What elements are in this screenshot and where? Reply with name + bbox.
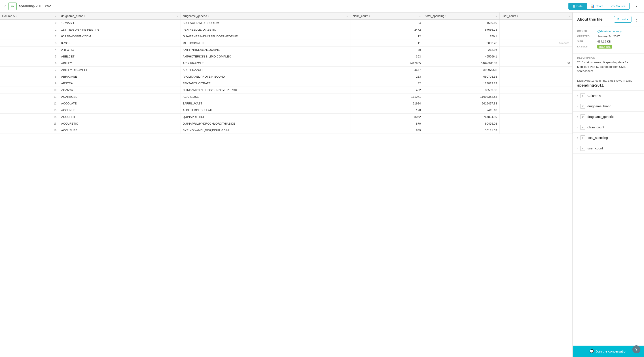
back-button[interactable]: ‹ (4, 3, 7, 10)
cell-spending: 80475.08 (423, 120, 500, 127)
col-user-label: user_count (502, 14, 516, 18)
export-button[interactable]: Export ▾ (614, 16, 632, 22)
sidebar-title: About this file (577, 17, 602, 22)
cell-generic: CLINDAMYCIN PHOS/BENZOYL PEROX (180, 87, 350, 94)
col-brand-sort-icon[interactable]: ⌄ (176, 15, 178, 17)
topbar-more-button[interactable]: ⋮ (632, 3, 640, 10)
tab-chart[interactable]: 📊 Chart (586, 3, 607, 10)
col-type-icon: # (580, 125, 585, 130)
cell-spending: 1469661103 (423, 60, 500, 67)
col-spending-info-icon[interactable]: ℹ (446, 14, 446, 18)
data-table-area[interactable]: Column A ℹ ⌄ drugname_brand ℹ ⌄ (0, 12, 572, 357)
cell-brand: ACCUPRIL (59, 114, 180, 120)
cell-index: 0 (0, 20, 59, 26)
table-info-summary: Displaying 13 columns, 3,583 rows in tab… (577, 79, 640, 82)
col-user-info-icon[interactable]: ℹ (517, 14, 518, 18)
table-row: 14 ACCUPRIL QUINAPRIL HCL 8052 767824.89 (0, 114, 572, 120)
col-a-info-icon[interactable]: ℹ (16, 14, 16, 18)
cell-generic: METHOXSALEN (180, 40, 350, 46)
cell-index: 1 (0, 26, 59, 33)
cell-user (500, 94, 572, 100)
table-row: 15 ACCURETIC QUINAPRIL/HYDROCHLOROTHIAZI… (0, 120, 572, 127)
sidebar-column-item[interactable]: › # claim_count (573, 122, 644, 133)
table-row: 8 ABRAXANE PACLITAXEL PROTEIN-BOUND 233 … (0, 73, 572, 80)
cell-brand: ACANYA (59, 87, 180, 94)
cell-brand: ACARBOSE (59, 94, 180, 100)
cell-index: 15 (0, 120, 59, 127)
cell-spending: 123813.83 (423, 80, 500, 87)
cell-user (500, 73, 572, 80)
col-a-sort-icon[interactable]: ⌄ (55, 15, 56, 17)
cell-generic: FENTANYL CITRATE (180, 80, 350, 87)
col-user-sort-icon[interactable]: ⌄ (568, 15, 570, 17)
cell-generic: ANTIPYRINE/BENZOCAINE (180, 46, 350, 53)
main-area: Column A ℹ ⌄ drugname_brand ℹ ⌄ (0, 12, 644, 357)
sidebar-more-button[interactable]: ⋮ (633, 17, 640, 22)
table-row: 2 60PSE-400GFN-20DM GUAIFENESIN/DM/PSEUD… (0, 33, 572, 40)
cell-spending: 89539.96 (423, 87, 500, 94)
cell-index: 16 (0, 127, 59, 134)
sidebar-column-item[interactable]: › T drugname_brand (573, 101, 644, 112)
col-generic-label: drugname_generic (183, 14, 207, 18)
cell-spending: 212.86 (423, 46, 500, 53)
col-header-claim: claim_count ℹ ⌄ (350, 12, 423, 20)
created-label: CREATED (577, 35, 597, 38)
help-button[interactable]: ? (632, 345, 640, 354)
cell-index: 11 (0, 94, 59, 100)
table-row: 6 ABILIFY ARIPIPRAZOLE 2447965 146966110… (0, 60, 572, 67)
cell-spending: 11693362.63 (423, 94, 500, 100)
tab-data[interactable]: ▦ Data (569, 3, 586, 10)
sidebar-column-item[interactable]: › T drugname_generic (573, 112, 644, 122)
col-item-chevron: › (577, 147, 578, 150)
col-claim-info-icon[interactable]: ℹ (369, 14, 370, 18)
cell-generic: ARIPIPRAZOLE (180, 60, 350, 67)
cell-spending: 3929705.8 (423, 67, 500, 73)
sidebar-description: DESCRIPTION 2011 claims, users, & spendi… (573, 54, 644, 76)
cell-generic: ZAFIRLUKAST (180, 100, 350, 107)
cell-index: 10 (0, 87, 59, 94)
cell-claim: 30 (350, 46, 423, 53)
cell-user (500, 33, 572, 40)
col-item-chevron: › (577, 94, 578, 97)
sidebar-column-item[interactable]: › # user_count (573, 143, 644, 154)
cell-spending: 1569.19 (423, 20, 500, 26)
col-claim-sort-icon[interactable]: ⌄ (419, 15, 421, 17)
cell-claim: 2472 (350, 26, 423, 33)
col-type-icon: T (580, 114, 585, 119)
col-item-name: Column A (588, 94, 601, 98)
cell-user (500, 67, 572, 73)
cell-generic: GUAIFENESIN/DM/PSEUDOEPHEDRINE (180, 33, 350, 40)
col-item-name: user_count (588, 146, 603, 150)
col-generic-sort-icon[interactable]: ⌄ (346, 15, 348, 17)
meta-labels-row: LABELS clean data (577, 45, 640, 48)
description-label: DESCRIPTION (577, 56, 640, 59)
owner-value[interactable]: @data4democracy (597, 30, 622, 33)
tab-source[interactable]: </> Source (607, 3, 630, 10)
table-info-name: spending-2011 (577, 83, 640, 88)
cell-claim: 120 (350, 107, 423, 114)
cell-brand: ABILIFY DISCMELT (59, 67, 180, 73)
cell-brand: ACCUSURE (59, 127, 180, 134)
cell-generic: QUINAPRIL/HYDROCHLOROTHIAZIDE (180, 120, 350, 127)
table-row: 9 ABSTRAL FENTANYL CITRATE 82 123813.83 (0, 80, 572, 87)
sidebar-column-item[interactable]: › # total_spending (573, 133, 644, 143)
col-brand-info-icon[interactable]: ℹ (84, 14, 85, 18)
cell-claim: 889 (350, 127, 423, 134)
col-header-index: Column A ℹ ⌄ (0, 12, 59, 20)
col-type-icon: T (580, 104, 585, 109)
cell-user (500, 120, 572, 127)
col-spending-sort-icon[interactable]: ⌄ (495, 15, 497, 17)
cell-claim: 363 (350, 53, 423, 60)
table-row: 5 ABELCET AMPHOTERICIN B LIPID COMPLEX 3… (0, 53, 572, 60)
col-header-generic: drugname_generic ℹ ⌄ (180, 12, 350, 20)
sidebar-column-item[interactable]: › # Column A (573, 90, 644, 101)
col-generic-info-icon[interactable]: ℹ (208, 14, 209, 18)
labels-badge[interactable]: clean data (597, 45, 612, 48)
col-item-name: claim_count (588, 126, 604, 129)
cell-user (500, 107, 572, 114)
sidebar-columns-list: › # Column A › T drugname_brand › T drug… (573, 90, 644, 346)
cell-brand: ACCURETIC (59, 120, 180, 127)
owner-label: OWNER (577, 30, 597, 32)
table-row: 1 1ST TIER UNIFINE PENTIPS PEN NEEDLE, D… (0, 26, 572, 33)
col-item-name: total_spending (588, 136, 608, 140)
